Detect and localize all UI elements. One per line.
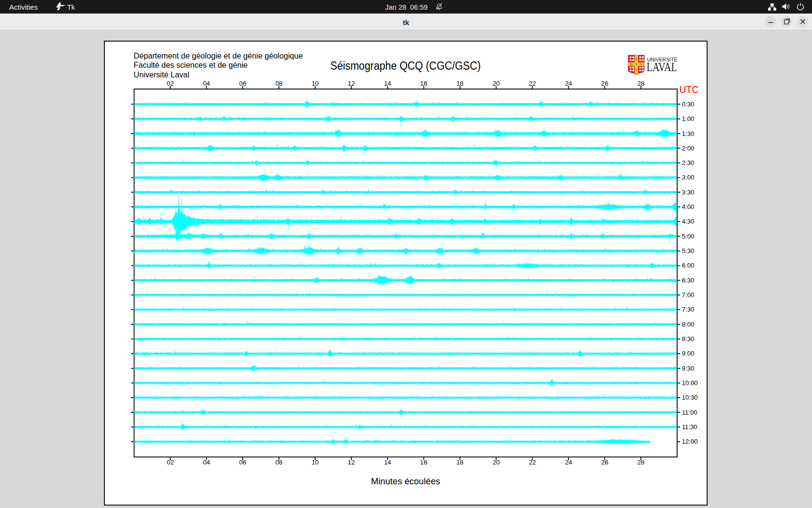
svg-text:Faculté des sciences et de gén: Faculté des sciences et de génie [134, 60, 248, 69]
svg-text:6:00: 6:00 [682, 262, 695, 269]
svg-text:10: 10 [312, 459, 319, 466]
svg-text:10: 10 [312, 80, 319, 87]
svg-text:LAVAL: LAVAL [647, 60, 677, 74]
svg-text:4:30: 4:30 [682, 218, 695, 225]
svg-text:1:30: 1:30 [682, 130, 695, 137]
svg-text:28: 28 [638, 80, 645, 87]
svg-text:22: 22 [529, 80, 536, 87]
svg-text:24: 24 [565, 80, 572, 87]
svg-text:20: 20 [493, 80, 500, 87]
svg-text:11:00: 11:00 [682, 409, 697, 416]
svg-text:18: 18 [456, 459, 464, 466]
svg-text:08: 08 [276, 459, 283, 466]
svg-text:06: 06 [239, 459, 246, 466]
svg-text:2:00: 2:00 [682, 145, 695, 152]
svg-text:7:30: 7:30 [682, 306, 695, 313]
svg-text:18: 18 [456, 80, 464, 87]
svg-text:1:00: 1:00 [682, 115, 695, 122]
svg-text:16: 16 [420, 80, 427, 87]
svg-text:10:30: 10:30 [682, 394, 698, 401]
svg-text:0:30: 0:30 [682, 101, 695, 108]
svg-text:7:00: 7:00 [682, 291, 695, 299]
svg-text:3:00: 3:00 [682, 174, 695, 181]
svg-text:8:30: 8:30 [682, 335, 695, 343]
svg-text:UTC: UTC [680, 84, 699, 95]
svg-text:Séismographe QCQ (CGC/GSC): Séismographe QCQ (CGC/GSC) [331, 60, 481, 72]
svg-text:22: 22 [529, 459, 536, 466]
svg-text:20: 20 [493, 459, 500, 466]
svg-text:5:00: 5:00 [682, 233, 695, 240]
svg-text:2:30: 2:30 [682, 159, 695, 166]
svg-text:26: 26 [601, 80, 609, 87]
svg-text:14: 14 [384, 80, 391, 87]
svg-text:9:30: 9:30 [682, 365, 695, 372]
svg-text:16: 16 [420, 459, 427, 466]
svg-text:6:30: 6:30 [682, 277, 695, 284]
svg-text:9:00: 9:00 [682, 350, 695, 357]
svg-text:4:00: 4:00 [682, 203, 695, 210]
svg-text:04: 04 [203, 459, 210, 466]
svg-text:Département de géologie et de: Département de géologie et de génie géol… [134, 51, 303, 60]
svg-text:02: 02 [167, 459, 174, 466]
svg-text:14: 14 [384, 459, 391, 466]
svg-text:26: 26 [601, 459, 609, 466]
svg-text:08: 08 [276, 80, 283, 87]
svg-text:Minutes écoulées: Minutes écoulées [371, 476, 440, 486]
svg-text:24: 24 [565, 459, 572, 466]
svg-text:04: 04 [203, 80, 210, 87]
svg-text:06: 06 [239, 80, 246, 87]
svg-text:12: 12 [348, 80, 355, 87]
svg-text:12: 12 [348, 459, 355, 466]
svg-text:5:30: 5:30 [682, 247, 695, 254]
svg-text:28: 28 [638, 459, 645, 466]
svg-text:Université Laval: Université Laval [134, 70, 189, 79]
svg-text:02: 02 [167, 80, 174, 87]
svg-text:10:00: 10:00 [682, 379, 698, 387]
svg-text:12:00: 12:00 [682, 438, 698, 445]
svg-text:11:30: 11:30 [682, 423, 697, 431]
svg-text:8:00: 8:00 [682, 321, 695, 328]
svg-text:3:30: 3:30 [682, 189, 695, 196]
